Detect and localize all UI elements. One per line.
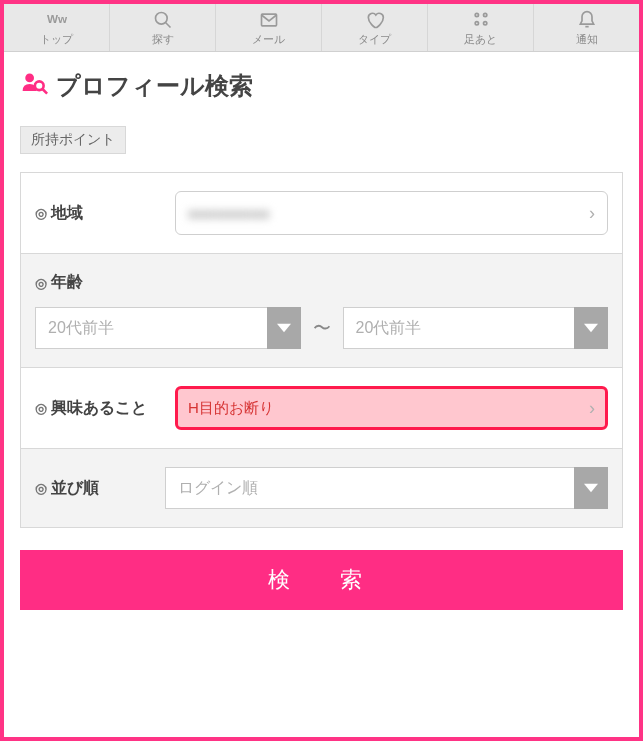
svg-point-4 [475,13,478,16]
page-header: プロフィール検索 [4,52,639,126]
interest-label: 興味あること [35,398,175,419]
sort-row: 並び順 ログイン順 [21,449,622,527]
region-label: 地域 [35,203,175,224]
sort-select[interactable]: ログイン順 [165,467,608,509]
nav-label: タイプ [358,32,391,47]
svg-point-10 [35,81,44,90]
nav-footprint[interactable]: 足あと [428,4,534,51]
mail-icon [259,10,279,30]
heart-icon [365,10,385,30]
points-badge[interactable]: 所持ポイント [20,126,126,154]
search-button[interactable]: 検 索 [20,550,623,610]
svg-marker-14 [584,484,598,492]
interest-field[interactable]: H目的お断り › [175,386,608,430]
svg-point-5 [483,13,486,16]
nav-notify[interactable]: 通知 [534,4,639,51]
svg-point-9 [25,74,34,83]
chevron-right-icon: › [589,203,595,224]
age-to-value: 20代前半 [343,307,609,349]
sort-label: 並び順 [35,478,165,499]
age-separator: 〜 [309,316,335,340]
interest-row: 興味あること H目的お断り › [21,368,622,449]
nav-type[interactable]: タイプ [322,4,428,51]
caret-down-icon [574,307,608,349]
region-value: ■■■■■■■■■ [188,205,270,222]
nav-search[interactable]: 探す [110,4,216,51]
app-frame: Ww トップ 探す メール タイプ 足あと [4,4,639,737]
nav-label: メール [252,32,285,47]
svg-line-2 [165,23,170,28]
points-bar: 所持ポイント [4,126,639,172]
nav-mail[interactable]: メール [216,4,322,51]
search-icon [153,10,173,30]
logo-icon: Ww [47,10,67,30]
search-form: 地域 ■■■■■■■■■ › 年齢 20代前半 〜 20代前半 興味ある [20,172,623,528]
page-title: プロフィール検索 [56,70,253,102]
age-from-value: 20代前半 [35,307,301,349]
svg-marker-12 [277,324,291,332]
caret-down-icon [574,467,608,509]
region-row: 地域 ■■■■■■■■■ › [21,173,622,254]
svg-marker-13 [584,324,598,332]
nav-top[interactable]: Ww トップ [4,4,110,51]
footprint-icon [471,10,491,30]
sort-value: ログイン順 [165,467,608,509]
caret-down-icon [267,307,301,349]
age-from-select[interactable]: 20代前半 [35,307,301,349]
bell-icon [577,10,597,30]
interest-value: H目的お断り [188,399,274,418]
nav-label: 足あと [464,32,497,47]
age-label: 年齢 [35,272,608,293]
svg-point-7 [483,22,486,25]
age-to-select[interactable]: 20代前半 [343,307,609,349]
svg-line-11 [43,89,47,93]
svg-point-1 [155,13,167,25]
age-selects: 20代前半 〜 20代前半 [35,307,608,349]
svg-text:Ww: Ww [47,12,67,25]
nav-label: 通知 [576,32,598,47]
nav-label: 探す [152,32,174,47]
profile-search-icon [20,70,48,102]
chevron-right-icon: › [589,398,595,419]
region-field[interactable]: ■■■■■■■■■ › [175,191,608,235]
top-nav: Ww トップ 探す メール タイプ 足あと [4,4,639,52]
svg-point-6 [475,22,478,25]
nav-label: トップ [40,32,73,47]
age-row: 年齢 20代前半 〜 20代前半 [21,254,622,368]
